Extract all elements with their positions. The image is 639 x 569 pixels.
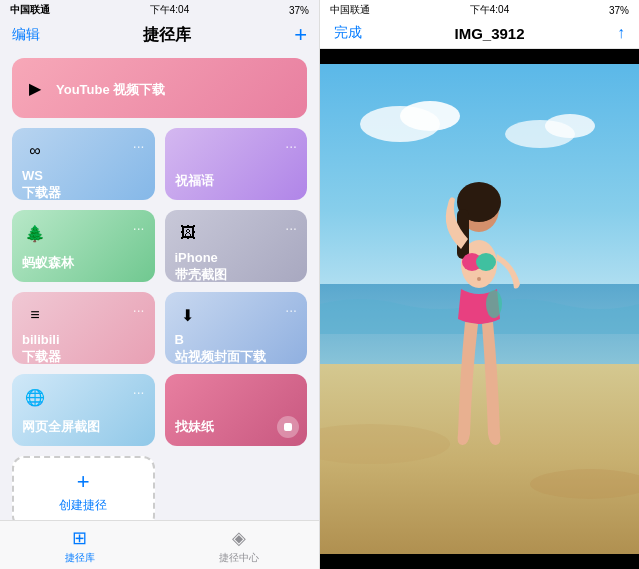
shortcut-ws[interactable]: ∞ ··· WS下载器	[12, 128, 155, 200]
carrier-left: 中国联通	[10, 3, 50, 17]
zhufu-icon	[175, 138, 201, 164]
shortcut-webpage[interactable]: 🌐 ··· 网页全屏截图	[12, 374, 155, 446]
bilibili-icon: ≡	[22, 302, 48, 328]
library-title: 捷径库	[143, 25, 191, 46]
iphone-title: iPhone带壳截图	[175, 250, 298, 284]
shortcuts-tab-icon: ⊞	[72, 527, 87, 549]
b-video-menu-icon[interactable]: ···	[285, 302, 297, 318]
zhaomz-icon	[175, 384, 201, 410]
shortcuts-grid: ▶ YouTube 视频下载 ∞ ··· WS下载器 ··· 祝福语 🌲 ···	[0, 52, 319, 520]
shortcut-zhaomz[interactable]: 找妹纸	[165, 374, 308, 446]
svg-point-14	[476, 253, 496, 271]
center-tab-icon: ◈	[232, 527, 246, 549]
top-bar-left: 编辑 捷径库 +	[0, 20, 319, 52]
svg-point-2	[400, 101, 460, 131]
svg-point-16	[477, 277, 481, 281]
right-panel: 中国联通 下午4:04 37% 完成 IMG_3912 ↑	[320, 0, 639, 569]
stop-button[interactable]	[277, 416, 299, 438]
shortcut-iphone[interactable]: 🖼 ··· iPhone带壳截图	[165, 210, 308, 282]
carrier-right: 中国联通	[330, 3, 370, 17]
svg-point-15	[486, 290, 502, 318]
shortcut-b-video[interactable]: ⬇ ··· B站视频封面下载	[165, 292, 308, 364]
status-bar-right: 中国联通 下午4:04 37%	[320, 0, 639, 20]
webpage-menu-icon[interactable]: ···	[133, 384, 145, 400]
create-label: 创建捷径	[59, 497, 107, 514]
svg-point-4	[545, 114, 595, 138]
share-button[interactable]: ↑	[617, 24, 625, 42]
shortcut-mapi[interactable]: 🌲 ··· 蚂蚁森林	[12, 210, 155, 282]
ws-menu-icon[interactable]: ···	[133, 138, 145, 154]
iphone-icon: 🖼	[175, 220, 201, 246]
photo-container	[320, 49, 639, 569]
mapi-menu-icon[interactable]: ···	[133, 220, 145, 236]
mapi-icon: 🌲	[22, 220, 48, 246]
webpage-icon: 🌐	[22, 384, 48, 410]
add-shortcut-button[interactable]: +	[294, 24, 307, 46]
center-tab-label: 捷径中心	[219, 551, 259, 565]
bilibili-title: bilibili下载器	[22, 332, 145, 366]
ws-icon: ∞	[22, 138, 48, 164]
bottom-tabs: ⊞ 捷径库 ◈ 捷径中心	[0, 520, 319, 569]
status-bar-left: 中国联通 下午4:04 37%	[0, 0, 319, 20]
b-video-icon: ⬇	[175, 302, 201, 328]
youtube-icon: ▶	[22, 75, 48, 101]
edit-button[interactable]: 编辑	[12, 26, 40, 44]
battery-pct-left: 37%	[289, 5, 309, 16]
photo-title: IMG_3912	[454, 25, 524, 42]
create-plus-icon: +	[77, 471, 90, 493]
youtube-title: YouTube 视频下载	[56, 82, 165, 99]
back-button[interactable]: 完成	[334, 24, 362, 42]
b-video-title: B站视频封面下载	[175, 332, 298, 366]
tab-center[interactable]: ◈ 捷径中心	[160, 527, 320, 565]
time-left: 下午4:04	[150, 3, 189, 17]
mapi-title: 蚂蚁森林	[22, 255, 145, 272]
left-panel: 中国联通 下午4:04 37% 编辑 捷径库 + ▶ YouTube 视频下载 …	[0, 0, 320, 569]
shortcut-zhufu[interactable]: ··· 祝福语	[165, 128, 308, 200]
time-right: 下午4:04	[470, 3, 509, 17]
shortcuts-tab-label: 捷径库	[65, 551, 95, 565]
beach-photo	[320, 64, 639, 554]
create-shortcut-card[interactable]: + 创建捷径	[12, 456, 155, 520]
battery-right: 37%	[609, 5, 629, 16]
shortcut-youtube[interactable]: ▶ YouTube 视频下载	[12, 58, 307, 118]
tab-shortcuts[interactable]: ⊞ 捷径库	[0, 527, 160, 565]
zhufu-menu-icon[interactable]: ···	[285, 138, 297, 154]
photo-top-bar: 完成 IMG_3912 ↑	[320, 20, 639, 49]
battery-left: 37%	[289, 5, 309, 16]
shortcut-bilibili[interactable]: ≡ ··· bilibili下载器	[12, 292, 155, 364]
ws-title: WS下载器	[22, 168, 145, 202]
zhufu-title: 祝福语	[175, 173, 298, 190]
iphone-menu-icon[interactable]: ···	[285, 220, 297, 236]
bilibili-menu-icon[interactable]: ···	[133, 302, 145, 318]
webpage-title: 网页全屏截图	[22, 419, 145, 436]
